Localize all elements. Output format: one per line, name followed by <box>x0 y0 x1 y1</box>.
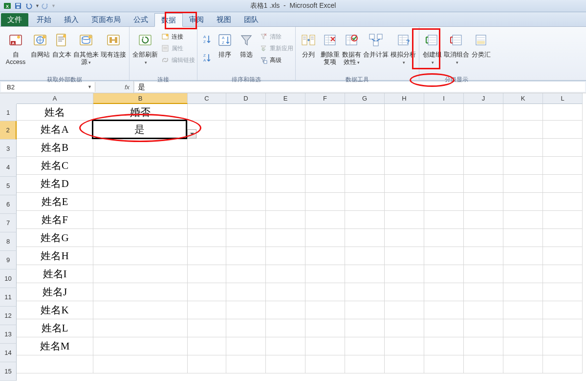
cell[interactable] <box>503 175 543 193</box>
cell[interactable] <box>503 211 543 229</box>
cell[interactable] <box>305 301 345 319</box>
row-header[interactable]: 2 <box>0 121 17 140</box>
cell[interactable] <box>93 121 188 139</box>
cell[interactable] <box>305 229 345 247</box>
cell[interactable] <box>305 319 345 337</box>
cell[interactable] <box>385 337 424 355</box>
cell[interactable] <box>305 104 345 121</box>
cell[interactable] <box>188 175 226 193</box>
cell[interactable] <box>503 121 543 139</box>
cell[interactable] <box>266 157 305 175</box>
cell[interactable] <box>503 283 543 301</box>
col-header-D[interactable]: D <box>226 93 266 104</box>
col-header-J[interactable]: J <box>464 93 503 104</box>
cell[interactable] <box>93 193 188 211</box>
row-header[interactable]: 7 <box>0 214 17 232</box>
cell[interactable] <box>503 319 543 337</box>
cell[interactable] <box>385 319 424 337</box>
cell[interactable] <box>464 265 503 283</box>
cell[interactable] <box>305 247 345 265</box>
cell[interactable] <box>226 355 266 373</box>
cell[interactable] <box>93 175 188 193</box>
cell[interactable] <box>345 104 385 121</box>
cell[interactable] <box>464 211 503 229</box>
cell[interactable] <box>93 319 188 337</box>
cell[interactable]: 姓名C <box>17 157 93 175</box>
cell[interactable] <box>226 337 266 355</box>
cell[interactable] <box>543 355 583 373</box>
cell[interactable] <box>305 175 345 193</box>
cell[interactable] <box>385 229 424 247</box>
cell[interactable] <box>345 247 385 265</box>
cell[interactable] <box>424 229 464 247</box>
cell[interactable] <box>543 265 583 283</box>
cell[interactable] <box>385 104 424 121</box>
row-header[interactable]: 5 <box>0 177 17 195</box>
cell[interactable] <box>305 355 345 373</box>
row-header[interactable]: 9 <box>0 251 17 269</box>
col-header-L[interactable]: L <box>543 93 583 104</box>
subtotal-button[interactable]: 分类汇 <box>470 30 492 75</box>
cell[interactable] <box>385 247 424 265</box>
cells-area[interactable]: 姓名婚否姓名A姓名B姓名C姓名D姓名E姓名F姓名G姓名H姓名I姓名J姓名K姓名L… <box>17 104 583 373</box>
ungroup-button[interactable]: 取消组合▾ <box>443 30 470 75</box>
cell[interactable] <box>503 355 543 373</box>
cell[interactable] <box>543 175 583 193</box>
cell[interactable] <box>385 301 424 319</box>
cell[interactable] <box>464 175 503 193</box>
cell[interactable] <box>424 121 464 139</box>
cell[interactable] <box>93 283 188 301</box>
cell[interactable] <box>305 283 345 301</box>
col-header-I[interactable]: I <box>424 93 464 104</box>
cell[interactable] <box>17 355 93 373</box>
cell[interactable] <box>345 265 385 283</box>
cell[interactable] <box>464 193 503 211</box>
cell[interactable] <box>385 355 424 373</box>
cell[interactable] <box>226 175 266 193</box>
cell[interactable] <box>543 319 583 337</box>
cell[interactable] <box>93 211 188 229</box>
cell[interactable] <box>188 283 226 301</box>
col-header-A[interactable]: A <box>17 93 93 104</box>
row-header[interactable]: 13 <box>0 325 17 344</box>
cell[interactable] <box>385 265 424 283</box>
cell[interactable] <box>424 319 464 337</box>
cell-dropdown-button[interactable] <box>187 129 196 139</box>
cell[interactable]: 姓名J <box>17 283 93 301</box>
from-access-button[interactable]: A 自 Access <box>2 30 29 75</box>
cell[interactable] <box>424 355 464 373</box>
cell[interactable] <box>93 229 188 247</box>
row-header[interactable]: 11 <box>0 288 17 307</box>
cell[interactable]: 姓名A <box>17 121 93 139</box>
namebox-dropdown-icon[interactable]: ▼ <box>87 84 92 89</box>
cell[interactable] <box>188 337 226 355</box>
tab-数据[interactable]: 数据 <box>154 13 183 27</box>
tab-公式[interactable]: 公式 <box>127 13 154 26</box>
sort-desc-button[interactable]: ZA <box>201 52 212 63</box>
cell[interactable] <box>424 193 464 211</box>
sort-asc-button[interactable]: AZ <box>201 34 212 44</box>
cell[interactable] <box>266 121 305 139</box>
cell[interactable] <box>188 229 226 247</box>
cell[interactable] <box>543 247 583 265</box>
sort-button[interactable]: AZ 排序 <box>214 30 236 75</box>
cell[interactable] <box>93 157 188 175</box>
cell[interactable] <box>543 104 583 121</box>
row-headers[interactable]: 123456789101112131415 <box>0 104 17 381</box>
cell[interactable] <box>188 211 226 229</box>
save-icon[interactable] <box>13 1 23 10</box>
cell[interactable] <box>305 157 345 175</box>
cell[interactable] <box>464 229 503 247</box>
cell[interactable] <box>464 247 503 265</box>
cell[interactable] <box>345 193 385 211</box>
cell[interactable] <box>345 229 385 247</box>
remove-duplicates-button[interactable]: 删除重复项 <box>319 30 341 75</box>
cell[interactable]: 姓名I <box>17 265 93 283</box>
cell[interactable] <box>188 265 226 283</box>
cell[interactable] <box>305 139 345 157</box>
col-header-G[interactable]: G <box>345 93 385 104</box>
text-to-columns-button[interactable]: 分列 <box>298 30 319 75</box>
cell[interactable] <box>424 283 464 301</box>
cell[interactable]: 姓名G <box>17 229 93 247</box>
cell[interactable] <box>424 211 464 229</box>
